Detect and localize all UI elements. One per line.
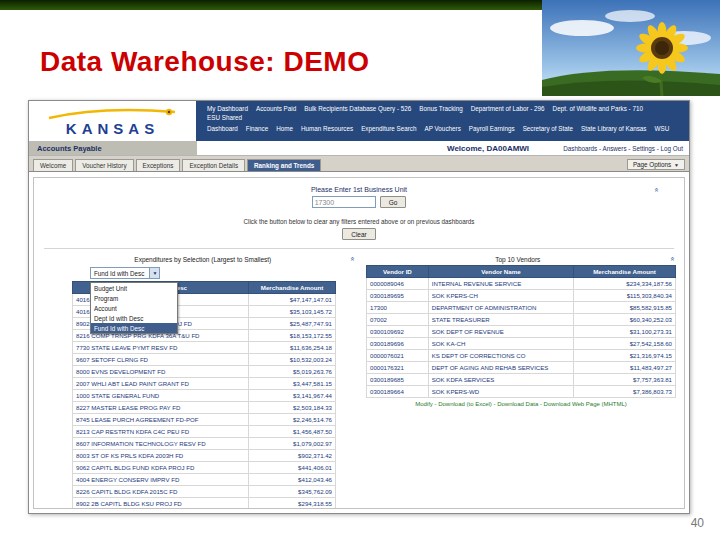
table-row: 0000176321DEPT OF AGING AND REHAB SERVIC…: [367, 362, 676, 374]
tab-ranking-and-trends[interactable]: Ranking and Trends: [247, 159, 321, 171]
table-row: 0300189664SOK KPERS-WD$7,386,803.73: [367, 386, 676, 398]
dropdown-option-dept-id-with-desc[interactable]: Dept Id with Desc: [91, 313, 177, 323]
nav-link-state-library-of-kansas[interactable]: State Library of Kansas: [581, 125, 646, 132]
table-cell: $18,153,172.55: [249, 330, 336, 342]
table-cell: $60,340,252.03: [574, 314, 676, 326]
nav-link-wsu[interactable]: WSU: [655, 125, 670, 132]
tab-exceptions[interactable]: Exceptions: [136, 159, 181, 171]
column-header-vendor-id[interactable]: Vendor ID: [367, 266, 429, 278]
nav-link-dept-of-wildlife-and-parks-710[interactable]: Dept. of Wildlife and Parks - 710: [553, 105, 643, 112]
nav-link-payroll-earnings[interactable]: Payroll Earnings: [469, 125, 515, 132]
clear-button[interactable]: Clear: [342, 228, 376, 240]
table-cell: 9607 SETOFF CLRNG FD: [73, 354, 249, 366]
report-footer-links[interactable]: Modify - Download (to Excel) - Download …: [366, 401, 676, 407]
table-cell: 7730 STATE LEAVE PYMT RESV FD: [73, 342, 249, 354]
view-selector-dropdown[interactable]: Fund Id with Desc ▼: [90, 267, 160, 279]
expenditures-panel: Expenditures by Selection (Largest to Sm…: [56, 255, 356, 509]
table-cell: 0000089046: [367, 278, 429, 290]
prompt-label: Please Enter 1st Business Unit: [34, 186, 684, 193]
top-link-settings[interactable]: Settings: [632, 145, 655, 152]
column-header-vendor-name[interactable]: Vendor Name: [428, 266, 573, 278]
table-cell: 4004 ENERGY CONSERV IMPRV FD: [73, 474, 249, 486]
page-options-button[interactable]: Page Options ▼: [627, 159, 685, 170]
chevron-down-icon: ▼: [674, 162, 679, 168]
top-vendors-panel-title: Top 10 Vendors: [366, 256, 670, 263]
tab-voucher-history[interactable]: Voucher History: [75, 159, 133, 171]
table-row: 0300109692SOK DEPT OF REVENUE$31,100,273…: [367, 326, 676, 338]
table-row: 0300189696SOK KA-CH$27,542,158.60: [367, 338, 676, 350]
table-cell: $3,447,581.15: [249, 378, 336, 390]
nav-link-my-dashboard[interactable]: My Dashboard: [207, 105, 248, 112]
nav-link-department-of-labor-296[interactable]: Department of Labor - 296: [471, 105, 545, 112]
table-cell: SOK KPERS-WD: [428, 386, 573, 398]
sunflower-photo: [542, 0, 720, 96]
table-cell: DEPT OF AGING AND REHAB SERVICES: [428, 362, 573, 374]
dropdown-option-budget-unit[interactable]: Budget Unit: [91, 283, 177, 293]
table-cell: 8227 MASTER LEASE PROG PAY FD: [73, 402, 249, 414]
tabs: WelcomeVoucher HistoryExceptionsExceptio…: [33, 159, 323, 171]
top-link-log-out[interactable]: Log Out: [661, 145, 683, 152]
top-link-answers[interactable]: Answers: [602, 145, 626, 152]
tab-exception-details[interactable]: Exception Details: [182, 159, 245, 171]
go-button[interactable]: Go: [380, 196, 407, 208]
table-cell: SOK KDFA SERVICES: [428, 374, 573, 386]
prompt-collapse-icon[interactable]: «: [652, 188, 660, 192]
dropdown-option-program[interactable]: Program: [91, 293, 177, 303]
nav-link-dashboard[interactable]: Dashboard: [207, 125, 238, 132]
prompt-section: Please Enter 1st Business Unit Go: [34, 178, 684, 208]
section-divider: [44, 248, 674, 249]
dropdown-option-account[interactable]: Account: [91, 303, 177, 313]
table-cell: $21,316,974.15: [574, 350, 676, 362]
table-cell: 8213 CAP RESTRTN KDFA C4C PEU FD: [73, 426, 249, 438]
nav-link-finance[interactable]: Finance: [246, 125, 268, 132]
left-panel-collapse-icon[interactable]: «: [348, 257, 356, 261]
table-cell: $2,503,184.33: [249, 402, 336, 414]
table-row: 8226 CAPITL BLDG KDFA 2015C FD$345,762.0…: [73, 486, 336, 498]
column-header-merchandise-amount[interactable]: Merchandise Amount: [574, 266, 676, 278]
view-selector-value: Fund Id with Desc: [94, 270, 144, 277]
table-row: 8607 INFORMATION TECHNOLOGY RESV FD$1,07…: [73, 438, 336, 450]
table-cell: 9062 CAPITL BLDG FUND KDFA PROJ FD: [73, 462, 249, 474]
top-link-dashboards[interactable]: Dashboards: [563, 145, 597, 152]
view-selector-options-list: Budget UnitProgramAccountDept Id with De…: [90, 282, 178, 334]
nav-link-secretary-of-state[interactable]: Secretary of State: [523, 125, 573, 132]
table-cell: $85,582,915.85: [574, 302, 676, 314]
nav-link-human-resources[interactable]: Human Resources: [301, 125, 353, 132]
table-cell: $11,483,497.27: [574, 362, 676, 374]
kansas-logo[interactable]: KANSAS: [29, 101, 197, 141]
table-row: 8745 LEASE PURCH AGREEMENT FD-POF$2,246,…: [73, 414, 336, 426]
business-unit-input[interactable]: [312, 196, 376, 208]
table-cell: $7,757,363.81: [574, 374, 676, 386]
nav-link-bonus-tracking[interactable]: Bonus Tracking: [419, 105, 462, 112]
table-row: 0000089046INTERNAL REVENUE SERVICE$234,3…: [367, 278, 676, 290]
table-cell: 0000076021: [367, 350, 429, 362]
column-header-merchandise-amount[interactable]: Merchandise Amount: [249, 282, 336, 294]
nav-link-home[interactable]: Home: [276, 125, 293, 132]
table-cell: 2007 WHLI ABT LEAD PAINT GRANT FD: [73, 378, 249, 390]
table-cell: 0300189685: [367, 374, 429, 386]
nav-link-expenditure-search[interactable]: Expenditure Search: [361, 125, 416, 132]
table-cell: 8607 INFORMATION TECHNOLOGY RESV FD: [73, 438, 249, 450]
top-vendors-panel: Top 10 Vendors « Vendor IDVendor NameMer…: [366, 255, 676, 407]
table-row: 0300189695SOK KPERS-CH$115,303,840.34: [367, 290, 676, 302]
tab-strip: WelcomeVoucher HistoryExceptionsExceptio…: [29, 156, 689, 172]
expenditures-panel-title: Expenditures by Selection (Largest to Sm…: [56, 256, 350, 263]
table-cell: $1,456,487.50: [249, 426, 336, 438]
nav-link-accounts-paid[interactable]: Accounts Paid: [256, 105, 296, 112]
table-cell: $27,542,158.60: [574, 338, 676, 350]
table-cell: $345,762.09: [249, 486, 336, 498]
nav-link-esu-shared[interactable]: ESU Shared: [207, 114, 242, 121]
table-cell: 0300189695: [367, 290, 429, 302]
nav-row-2: DashboardFinanceHomeHuman ResourcesExpen…: [201, 121, 689, 132]
welcome-text: Welcome, DA00AMWI: [447, 144, 529, 153]
table-cell: INTERNAL REVENUE SERVICE: [428, 278, 573, 290]
table-cell: $115,303,840.34: [574, 290, 676, 302]
tab-welcome[interactable]: Welcome: [33, 159, 73, 171]
table-cell: 07002: [367, 314, 429, 326]
right-panel-collapse-icon[interactable]: «: [668, 257, 676, 261]
table-row: 8213 CAP RESTRTN KDFA C4C PEU FD$1,456,4…: [73, 426, 336, 438]
logo-swoosh-icon: [47, 106, 177, 120]
nav-link-bulk-recipients-database-query-526[interactable]: Bulk Recipients Database Query - 526: [304, 105, 411, 112]
dropdown-option-fund-id-with-desc[interactable]: Fund Id with Desc: [91, 323, 177, 333]
nav-link-ap-vouchers[interactable]: AP Vouchers: [424, 125, 460, 132]
